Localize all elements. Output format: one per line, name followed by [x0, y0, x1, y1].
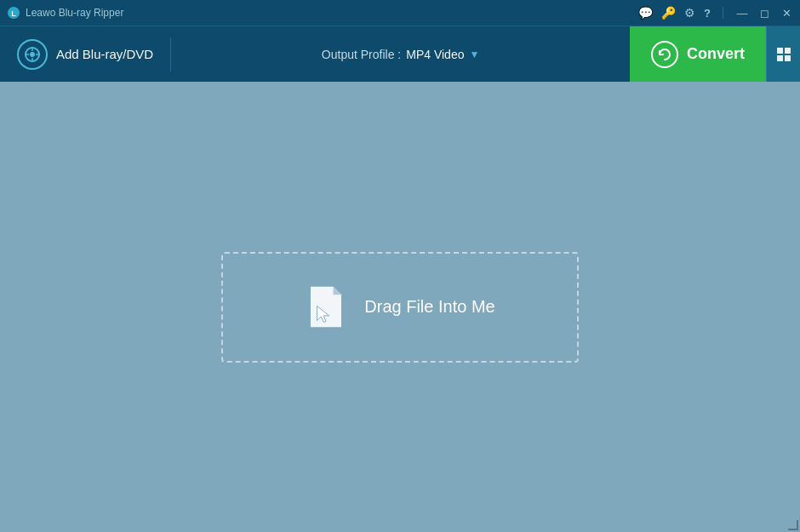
svg-rect-10 [777, 55, 783, 61]
add-bluray-button[interactable]: Add Blu-ray/DVD [0, 26, 170, 82]
minimize-button[interactable]: — [735, 6, 749, 20]
layout-toggle-button[interactable] [766, 26, 800, 82]
output-profile-arrow-icon: ▼ [469, 49, 479, 60]
resize-handle[interactable] [788, 520, 800, 532]
svg-point-3 [30, 52, 35, 57]
convert-label: Convert [687, 45, 745, 63]
add-bluray-icon [17, 39, 48, 70]
add-bluray-label: Add Blu-ray/DVD [56, 47, 153, 61]
convert-button[interactable]: Convert [630, 26, 766, 82]
drop-zone-text: Drag File Into Me [364, 297, 494, 317]
drop-zone[interactable]: Drag File Into Me [221, 252, 579, 363]
svg-rect-8 [777, 48, 783, 54]
restore-button[interactable]: ◻ [757, 6, 771, 20]
output-profile-value: MP4 Video [406, 48, 464, 61]
title-bar: L Leawo Blu-ray Ripper 💬 🔑 ⚙ ? — ◻ ✕ [0, 0, 800, 26]
key-icon[interactable]: 🔑 [661, 7, 676, 19]
close-button[interactable]: ✕ [780, 6, 793, 20]
app-logo-icon: L [7, 6, 20, 20]
svg-rect-9 [785, 48, 791, 54]
output-profile-selector[interactable]: Output Profile : MP4 Video ▼ [171, 48, 630, 61]
svg-text:L: L [11, 9, 16, 18]
toolbar: Add Blu-ray/DVD Output Profile : MP4 Vid… [0, 26, 800, 82]
svg-rect-11 [785, 55, 791, 61]
chat-icon[interactable]: 💬 [638, 7, 653, 19]
drag-file-icon [305, 283, 347, 330]
convert-section: Convert [630, 26, 800, 82]
settings-icon[interactable]: ⚙ [684, 7, 695, 19]
app-title: Leawo Blu-ray Ripper [26, 7, 638, 19]
convert-icon [651, 41, 678, 68]
title-bar-controls: 💬 🔑 ⚙ ? — ◻ ✕ [638, 6, 793, 20]
help-icon[interactable]: ? [704, 8, 711, 19]
output-profile-label: Output Profile : [322, 48, 401, 61]
main-content: Drag File Into Me [0, 82, 800, 532]
